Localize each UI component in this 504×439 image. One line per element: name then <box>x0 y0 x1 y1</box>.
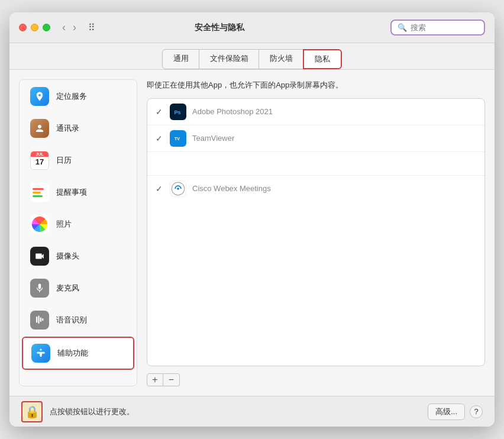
footer: 🔒 点按锁按钮以进行更改。 高级... ? <box>9 396 495 427</box>
checkbox-webex[interactable]: ✓ <box>154 184 164 193</box>
contacts-label: 通讯录 <box>56 123 79 134</box>
help-button[interactable]: ? <box>470 405 483 418</box>
checkbox-ps[interactable]: ✓ <box>154 107 164 117</box>
speech-label: 语音识别 <box>56 315 87 325</box>
tv-app-name: TeamViewer <box>192 134 234 143</box>
accessibility-label: 辅助功能 <box>57 348 88 359</box>
sidebar-item-photos[interactable]: 照片 <box>22 209 134 240</box>
svg-text:TV: TV <box>175 137 180 141</box>
table-row: ✓ TV TeamViewer <box>147 125 484 152</box>
table-row: ✓ Cisco Webex Meetings <box>147 176 484 202</box>
sidebar-item-speech[interactable]: 语音识别 <box>22 305 134 335</box>
tab-general[interactable]: 通用 <box>162 49 200 69</box>
right-panel: 即使正在使用其他App，也允许下面的App录制屏幕内容。 ✓ Ps Adobe … <box>147 79 485 386</box>
empty-row <box>147 152 484 176</box>
calendar-label: 日历 <box>56 155 72 166</box>
minimize-button[interactable] <box>31 24 38 31</box>
contacts-icon <box>30 119 49 138</box>
camera-icon <box>30 247 49 266</box>
svg-rect-1 <box>38 316 39 324</box>
microphone-icon <box>30 279 49 298</box>
svg-point-4 <box>40 349 42 351</box>
lock-button[interactable]: 🔒 <box>21 401 43 422</box>
location-label: 定位服务 <box>56 91 87 102</box>
svg-rect-0 <box>36 317 37 323</box>
sidebar-item-calendar[interactable]: JUL 17 日历 <box>22 145 134 176</box>
reminders-icon <box>30 183 49 202</box>
advanced-button[interactable]: 高级... <box>428 404 465 420</box>
checkbox-tv[interactable]: ✓ <box>154 134 164 143</box>
lock-icon: 🔒 <box>25 405 40 419</box>
footer-right: 高级... ? <box>428 404 483 420</box>
svg-rect-3 <box>42 318 43 321</box>
webex-icon <box>170 180 186 197</box>
microphone-label: 麦克风 <box>56 283 79 293</box>
reminders-label: 提醒事项 <box>56 187 87 198</box>
location-icon <box>30 87 49 106</box>
camera-label: 摄像头 <box>56 251 79 262</box>
svg-rect-2 <box>40 318 41 322</box>
speech-icon <box>30 311 49 330</box>
close-button[interactable] <box>19 24 27 31</box>
table-row: ✓ Ps Adobe Photoshop 2021 <box>147 99 484 125</box>
search-box[interactable]: 🔍 <box>390 20 485 35</box>
sidebar-item-camera[interactable]: 摄像头 <box>22 241 134 272</box>
sidebar-item-microphone[interactable]: 麦克风 <box>22 273 134 304</box>
svg-point-10 <box>177 188 179 190</box>
main-window: ‹ › ⠿ 安全性与隐私 🔍 通用 文件保险箱 防火墙 隐私 定位服务 <box>9 12 495 427</box>
remove-app-button[interactable]: − <box>163 373 180 386</box>
search-input[interactable] <box>411 23 482 32</box>
ps-app-name: Adobe Photoshop 2021 <box>192 107 273 116</box>
tabs-bar: 通用 文件保险箱 防火墙 隐私 <box>9 43 495 70</box>
search-icon: 🔍 <box>398 23 407 32</box>
calendar-icon: JUL 17 <box>30 151 49 170</box>
accessibility-icon <box>31 344 50 363</box>
tab-filevault[interactable]: 文件保险箱 <box>199 49 260 69</box>
list-buttons: + − <box>147 373 485 386</box>
tab-firewall[interactable]: 防火墙 <box>259 49 304 69</box>
titlebar: ‹ › ⠿ 安全性与隐私 🔍 <box>9 12 495 43</box>
sidebar: 定位服务 通讯录 JUL 17 日历 <box>19 79 137 386</box>
footer-text: 点按锁按钮以进行更改。 <box>50 406 421 417</box>
sidebar-item-accessibility[interactable]: 辅助功能 <box>22 337 134 370</box>
panel-description: 即使正在使用其他App，也允许下面的App录制屏幕内容。 <box>147 79 485 91</box>
sidebar-item-reminders[interactable]: 提醒事项 <box>22 177 134 208</box>
svg-text:Ps: Ps <box>175 109 181 115</box>
main-content: 定位服务 通讯录 JUL 17 日历 <box>9 70 495 396</box>
tv-icon: TV <box>170 130 186 147</box>
ps-icon: Ps <box>170 104 186 120</box>
sidebar-item-contacts[interactable]: 通讯录 <box>22 113 134 144</box>
window-title: 安全性与隐私 <box>55 22 383 33</box>
tab-privacy[interactable]: 隐私 <box>303 49 342 69</box>
photos-label: 照片 <box>56 219 72 230</box>
traffic-lights <box>19 24 50 31</box>
add-app-button[interactable]: + <box>147 373 163 386</box>
photos-icon <box>30 215 49 234</box>
sidebar-item-location[interactable]: 定位服务 <box>22 81 134 112</box>
maximize-button[interactable] <box>43 24 50 31</box>
webex-app-name: Cisco Webex Meetings <box>192 184 271 193</box>
app-list: ✓ Ps Adobe Photoshop 2021 ✓ <box>147 98 485 367</box>
